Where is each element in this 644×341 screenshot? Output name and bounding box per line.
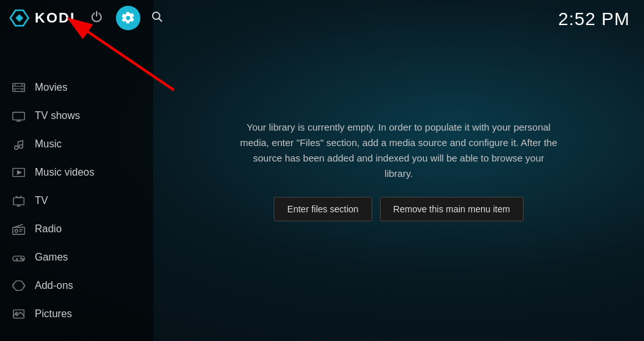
svg-rect-4 [13,84,24,92]
nav-items: Movies TV shows Music M [0,73,153,341]
sidebar-label-music-videos: Music videos [35,167,94,178]
sidebar-label-tv: TV [35,195,48,207]
tv-icon [12,194,26,208]
svg-point-31 [23,259,24,260]
enter-files-button[interactable]: Enter files section [274,197,372,221]
svg-point-33 [15,312,17,314]
sidebar-item-tv-shows[interactable]: TV shows [0,102,153,130]
svg-point-6 [14,89,15,91]
power-button[interactable] [90,10,103,26]
library-message: Your library is currently empty. In orde… [225,107,573,234]
music-videos-icon [12,165,26,180]
games-icon [12,250,26,264]
sidebar-label-tv-shows: TV shows [35,110,80,122]
sidebar-item-music[interactable]: Music [0,130,153,158]
sidebar-label-pictures: Pictures [35,308,72,320]
movies-icon [12,80,26,95]
svg-rect-11 [13,113,24,120]
add-ons-icon [12,279,26,293]
sidebar-label-music: Music [35,138,62,150]
main-content: Your library is currently empty. In orde… [153,0,644,341]
settings-button[interactable] [116,6,140,30]
svg-marker-17 [17,170,21,174]
svg-point-7 [21,84,23,86]
time-display: 2:52 PM [558,9,630,30]
svg-point-5 [14,84,15,86]
remove-menu-item-button[interactable]: Remove this main menu item [380,197,524,221]
sidebar-label-add-ons: Add-ons [35,280,73,291]
sidebar-label-games: Games [35,252,68,263]
svg-marker-1 [15,14,23,22]
sidebar-item-music-videos[interactable]: Music videos [0,158,153,187]
action-buttons: Enter files section Remove this main men… [238,197,560,221]
svg-point-14 [15,146,18,150]
tv-shows-icon [12,109,26,123]
svg-rect-18 [14,198,24,205]
empty-library-text: Your library is currently empty. In orde… [238,120,560,181]
music-icon [12,137,26,151]
svg-point-24 [15,229,18,232]
sidebar-label-movies: Movies [35,82,68,93]
search-button[interactable] [151,10,164,26]
radio-icon [12,222,26,236]
sidebar-item-add-ons[interactable]: Add-ons [0,272,153,300]
sidebar-item-pictures[interactable]: Pictures [0,300,153,328]
pictures-icon [12,307,26,321]
svg-point-30 [21,257,22,259]
svg-line-3 [159,18,162,21]
svg-point-15 [19,145,23,149]
sidebar-label-radio: Radio [35,223,62,235]
sidebar-item-games[interactable]: Games [0,243,153,272]
sidebar-item-tv[interactable]: TV [0,187,153,215]
sidebar-item-movies[interactable]: Movies [0,73,153,102]
sidebar: KODI [0,0,153,341]
sidebar-item-radio[interactable]: Radio [0,215,153,243]
svg-point-8 [21,89,23,91]
kodi-logo-icon [9,8,30,28]
